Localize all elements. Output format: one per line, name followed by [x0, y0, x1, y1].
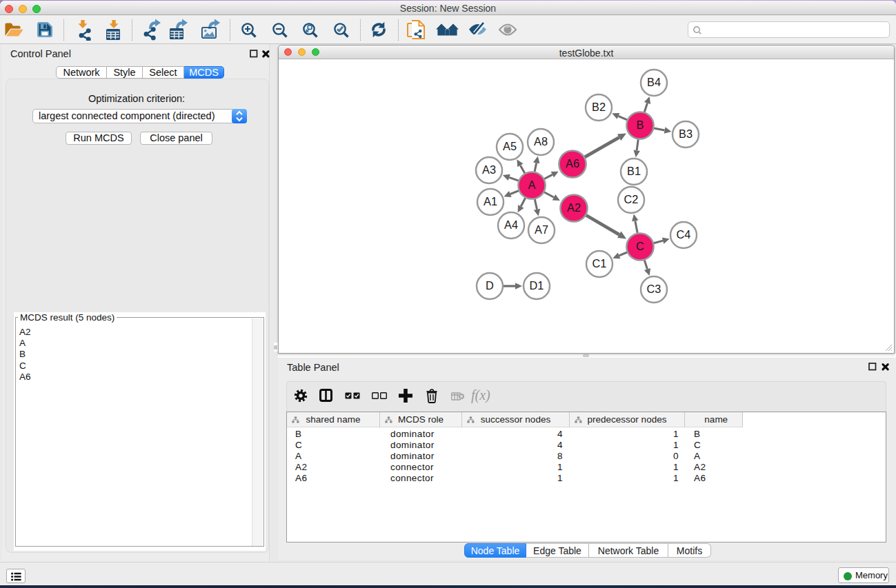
svg-text:C4: C4 — [677, 228, 691, 241]
svg-text:A3: A3 — [482, 163, 496, 176]
svg-text:C: C — [636, 240, 644, 252]
svg-text:D1: D1 — [530, 279, 544, 292]
svg-text:A: A — [528, 179, 536, 191]
svg-text:B2: B2 — [592, 101, 606, 113]
svg-text:C2: C2 — [624, 193, 639, 205]
svg-text:B3: B3 — [679, 128, 693, 140]
svg-text:A7: A7 — [535, 223, 548, 236]
svg-text:A6: A6 — [566, 157, 579, 170]
svg-text:C1: C1 — [593, 257, 607, 270]
svg-text:A1: A1 — [484, 195, 497, 207]
svg-text:A8: A8 — [534, 135, 548, 148]
svg-text:B1: B1 — [627, 165, 641, 177]
svg-text:A5: A5 — [503, 140, 517, 152]
svg-text:B4: B4 — [647, 76, 661, 88]
svg-text:D: D — [486, 279, 494, 292]
svg-text:C3: C3 — [647, 283, 661, 295]
svg-text:A4: A4 — [504, 219, 518, 231]
svg-text:B: B — [637, 119, 644, 131]
svg-text:A2: A2 — [567, 201, 581, 214]
